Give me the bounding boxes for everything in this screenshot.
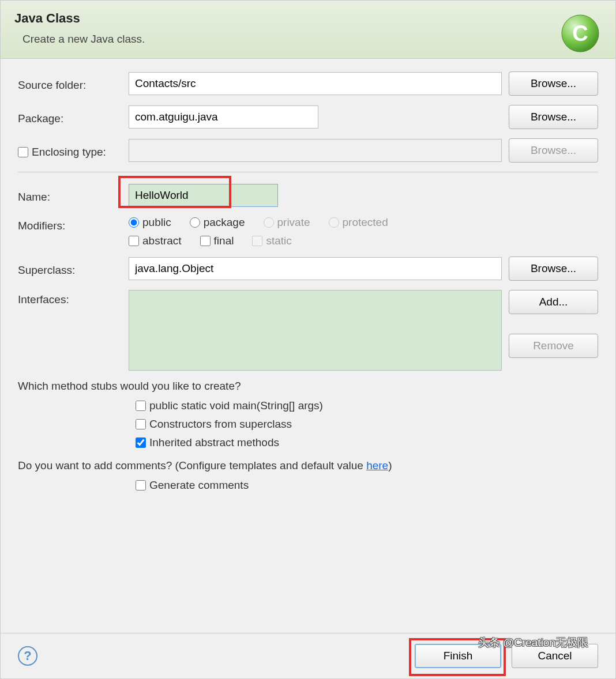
method-stubs-question: Which method stubs would you like to cre… bbox=[18, 380, 598, 393]
cancel-button[interactable]: Cancel bbox=[512, 644, 598, 668]
modifier-final-check[interactable]: final bbox=[200, 235, 234, 247]
package-input[interactable] bbox=[129, 105, 318, 129]
dialog-title: Java Class bbox=[14, 11, 602, 26]
browse-source-button[interactable]: Browse... bbox=[509, 71, 598, 96]
dialog-footer: ? Finish Cancel bbox=[1, 633, 615, 678]
help-icon[interactable]: ? bbox=[18, 646, 37, 666]
browse-package-button[interactable]: Browse... bbox=[509, 105, 598, 129]
package-label: Package: bbox=[18, 109, 122, 125]
add-interface-button[interactable]: Add... bbox=[509, 290, 598, 314]
source-folder-input[interactable] bbox=[129, 72, 502, 95]
modifier-public-radio[interactable]: public bbox=[129, 216, 171, 229]
modifier-private-radio: private bbox=[264, 216, 310, 229]
finish-button[interactable]: Finish bbox=[415, 644, 501, 668]
name-label: Name: bbox=[18, 187, 122, 203]
configure-link[interactable]: here bbox=[366, 459, 388, 471]
remove-interface-button: Remove bbox=[509, 334, 598, 358]
enclosing-type-input bbox=[129, 139, 502, 162]
enclosing-type-checkbox[interactable] bbox=[18, 147, 28, 157]
browse-enclosing-button: Browse... bbox=[509, 138, 598, 163]
dialog-subtitle: Create a new Java class. bbox=[22, 33, 602, 46]
new-java-class-dialog: Java Class Create a new Java class. C So… bbox=[0, 0, 616, 679]
stub-main-check[interactable]: public static void main(String[] args) bbox=[136, 399, 584, 412]
class-icon: C bbox=[560, 13, 600, 54]
interfaces-label: Interfaces: bbox=[18, 290, 122, 306]
dialog-header: Java Class Create a new Java class. C bbox=[1, 1, 615, 59]
generate-comments-check[interactable]: Generate comments bbox=[136, 479, 584, 492]
superclass-input[interactable] bbox=[129, 257, 502, 280]
stub-inherited-check[interactable]: Inherited abstract methods bbox=[136, 436, 584, 449]
comments-question: Do you want to add comments? (Configure … bbox=[18, 459, 598, 472]
modifier-static-check: static bbox=[252, 235, 291, 247]
modifier-protected-radio: protected bbox=[329, 216, 388, 229]
svg-text:C: C bbox=[572, 21, 588, 46]
interfaces-list[interactable] bbox=[129, 290, 502, 371]
browse-superclass-button[interactable]: Browse... bbox=[509, 256, 598, 281]
superclass-label: Superclass: bbox=[18, 261, 122, 277]
modifier-abstract-check[interactable]: abstract bbox=[129, 235, 182, 247]
enclosing-type-label: Enclosing type: bbox=[32, 146, 106, 159]
modifiers-label: Modifiers: bbox=[18, 216, 122, 232]
separator bbox=[18, 172, 598, 172]
modifier-package-radio[interactable]: package bbox=[190, 216, 245, 229]
form-area: Source folder: Browse... Package: Browse… bbox=[1, 59, 615, 633]
stub-constructors-check[interactable]: Constructors from superclass bbox=[136, 418, 584, 431]
source-folder-label: Source folder: bbox=[18, 76, 122, 92]
name-input[interactable] bbox=[129, 184, 278, 207]
